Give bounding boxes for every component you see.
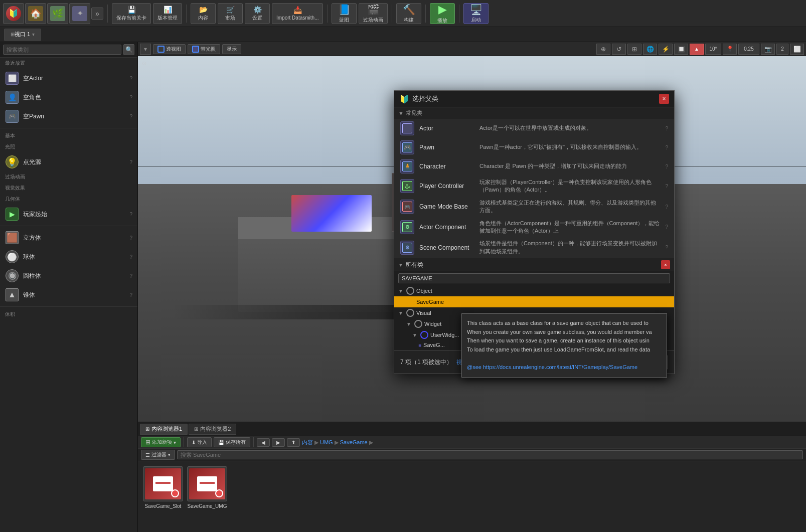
confirm-button[interactable]: 选择 [598, 355, 631, 370]
add-new-button[interactable]: ⊞ 添加新项 ▾ [141, 437, 181, 447]
viewport-tab[interactable]: ⊞ 视口 1 ▾ [4, 29, 41, 41]
category-cinematic[interactable]: 过场动画 [0, 171, 137, 183]
vp-tool-angle[interactable]: ▲ [690, 44, 704, 55]
asset-savegame-umg[interactable]: SaveGame_UMG [187, 466, 227, 509]
game-mode-help[interactable]: ? [665, 204, 668, 210]
vp-scale-val[interactable]: 0.25 [738, 44, 759, 55]
sphere-help[interactable]: ? [129, 254, 132, 260]
class-item-actor-component[interactable]: ⚙ Actor Component 角色组件（ActorComponent）是一… [394, 217, 674, 238]
sidebar-item-cube[interactable]: 🟫 立方体 ? [0, 228, 137, 247]
sidebar-item-cylinder[interactable]: 🔘 圆柱体 ? [0, 266, 137, 285]
category-recent[interactable]: 最近放置 [0, 58, 137, 69]
sidebar-item-empty-pawn[interactable]: 🎮 空Pawn ? [0, 107, 137, 126]
scene-component-help[interactable]: ? [665, 245, 668, 250]
nav-forward-button[interactable]: ▶ [272, 438, 285, 447]
class-item-actor[interactable]: Actor Actor是一个可以在世界中放置或生成的对象。 ? [394, 119, 674, 138]
tree-item-visual[interactable]: ▼ Visual [394, 307, 674, 318]
settings-button[interactable]: ⚙️ 设置 [245, 3, 270, 24]
save-button[interactable]: 💾 保存当前关卡 [112, 3, 151, 24]
actor-help[interactable]: ? [665, 126, 668, 131]
toolbar-icon-1[interactable]: 🏠 [25, 3, 46, 24]
category-basic[interactable]: 基本 [0, 130, 137, 141]
save-all-button[interactable]: 💾 保存所有 [214, 437, 250, 447]
vp-tool-4[interactable]: 🌐 [643, 44, 657, 55]
vp-tool-8[interactable]: 📷 [761, 44, 775, 55]
pawn-help[interactable]: ? [665, 145, 668, 150]
actor-component-help[interactable]: ? [665, 224, 668, 230]
search-button[interactable]: 🔍 [123, 44, 134, 55]
vp-tool-6[interactable]: 🔲 [674, 44, 688, 55]
tree-item-object[interactable]: ▼ Object [394, 285, 674, 296]
tree-item-savegame3[interactable]: ■ SaveG... [394, 349, 674, 350]
asset-savegame-slot[interactable]: SaveGame_Slot [143, 466, 183, 509]
player-start-help[interactable]: ? [129, 212, 132, 217]
vp-tool-5[interactable]: ⚡ [659, 44, 673, 55]
class-item-player-controller[interactable]: 🕹 Player Controller 玩家控制器（PlayerControll… [394, 176, 674, 197]
category-volume[interactable]: 体积 [0, 309, 137, 320]
class-item-game-mode[interactable]: 🎮 Game Mode Base 游戏模式基类定义正在进行的游戏、其规则、得分、… [394, 197, 674, 217]
sidebar-item-placeholder[interactable] [0, 320, 137, 335]
toolbar-icon-3[interactable]: ✦ [69, 3, 90, 24]
cylinder-help[interactable]: ? [129, 273, 132, 279]
vp-tool-2[interactable]: ↺ [612, 44, 626, 55]
content-search-input[interactable] [177, 450, 803, 459]
filter-button[interactable]: ☰ 过滤器 ▾ [141, 450, 175, 460]
category-visual[interactable]: 视觉效果 [0, 183, 137, 194]
lit-btn[interactable]: 带光照 [188, 44, 220, 54]
cancel-button[interactable]: 取消 [635, 355, 668, 370]
search-input[interactable] [3, 45, 121, 55]
sidebar-item-player-start[interactable]: ▶ 玩家起始 ? [0, 205, 137, 224]
launch-button[interactable]: 🖥️ 启动 [463, 3, 489, 24]
viewport-menu-btn[interactable]: ▾ [140, 44, 151, 55]
vp-angle-val[interactable]: 10° [705, 44, 721, 55]
sidebar-item-empty-actor[interactable]: ⬜ 空Actor ? [0, 69, 137, 88]
empty-role-help[interactable]: ? [129, 95, 132, 100]
category-light[interactable]: 光照 [0, 141, 137, 152]
tree-item-savegame2[interactable]: ■ SaveG... [394, 340, 674, 349]
asset-label-2: SaveGame_UMG [188, 503, 227, 509]
all-classes-close-button[interactable]: × [661, 260, 670, 269]
play-button[interactable]: ▶ 播放 [430, 3, 455, 24]
cinematics-button[interactable]: 🎬 过场动画 [359, 3, 388, 24]
cube-help[interactable]: ? [129, 235, 132, 241]
show-btn[interactable]: 显示 [222, 44, 241, 54]
more-icon[interactable]: » [91, 8, 103, 20]
content-browser-tab-2[interactable]: ⊞ 内容浏览器2 [189, 424, 236, 435]
sidebar-item-point-light[interactable]: 💡 点光源 ? [0, 152, 137, 171]
character-help[interactable]: ? [665, 164, 668, 169]
sidebar-item-empty-role[interactable]: 👤 空角色 ? [0, 88, 137, 107]
sidebar-item-cone[interactable]: ▲ 锥体 ? [0, 285, 137, 304]
cone-help[interactable]: ? [129, 292, 132, 298]
blueprint-button[interactable]: 📘 蓝图 [332, 3, 357, 24]
import-datasmith-button[interactable]: 📥 Import Datasmith... [272, 3, 323, 24]
toolbar-icon-2[interactable]: 🌿 [47, 3, 68, 24]
tree-item-userwidget[interactable]: ▼ UserWidg... [394, 329, 674, 340]
empty-pawn-help[interactable]: ? [129, 114, 132, 119]
point-light-help[interactable]: ? [129, 159, 132, 165]
class-item-character[interactable]: 🧍 Character Character 是 Pawn 的一种类型，增加了可以… [394, 157, 674, 176]
build-button[interactable]: 🔨 构建 [396, 3, 421, 24]
vp-tool-7[interactable]: 📍 [723, 44, 737, 55]
version-button[interactable]: 📊 版本管理 [153, 3, 182, 24]
tree-item-widget[interactable]: ▼ Widget [394, 318, 674, 329]
vp-tool-3[interactable]: ⊞ [627, 44, 641, 55]
tree-item-savegame[interactable]: SaveGame [394, 296, 674, 307]
class-item-scene-component[interactable]: ⚙ Scene Component 场景组件是组件（Component）的一种，… [394, 237, 674, 258]
nav-up-button[interactable]: ⬆ [287, 438, 300, 447]
content-browser-tab-1[interactable]: ⊞ 内容浏览器1 [140, 424, 188, 435]
vp-tool-1[interactable]: ⊕ [596, 44, 610, 55]
vp-tool-9[interactable]: ⬜ [790, 44, 804, 55]
player-controller-help[interactable]: ? [665, 184, 668, 189]
category-geometry[interactable]: 几何体 [0, 194, 137, 205]
sidebar-item-sphere[interactable]: ⚪ 球体 ? [0, 247, 137, 266]
empty-actor-help[interactable]: ? [129, 76, 132, 81]
content-button[interactable]: 📂 内容 [191, 3, 216, 24]
vp-cam-val[interactable]: 2 [776, 44, 788, 55]
perspective-btn[interactable]: 透视图 [153, 44, 186, 54]
modal-close-button[interactable]: × [659, 94, 669, 104]
market-button[interactable]: 🛒 市场 [218, 3, 243, 24]
toolbar-icon-0[interactable]: 🔰 [3, 3, 24, 24]
nav-back-button[interactable]: ◀ [257, 438, 270, 447]
import-button[interactable]: ⬇ 导入 [187, 437, 212, 447]
class-item-pawn[interactable]: 🎮 Pawn Pawn是一种actor，它可以"被拥有"，可以接收来自控制器的输… [394, 138, 674, 157]
